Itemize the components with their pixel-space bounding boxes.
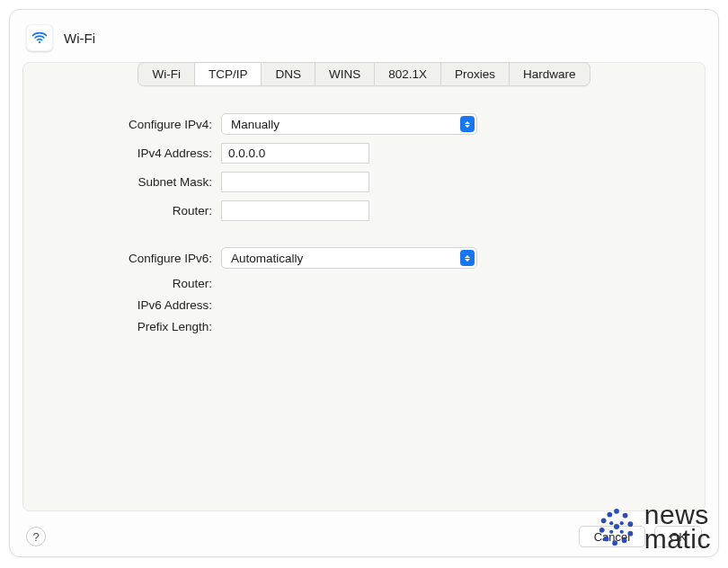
row-ipv4-address: IPv4 Address: <box>59 143 669 164</box>
label-subnet-mask: Subnet Mask: <box>59 175 221 189</box>
input-ipv4-address[interactable] <box>221 143 369 164</box>
tab-wins[interactable]: WINS <box>315 63 375 85</box>
updown-arrows-icon <box>460 250 475 266</box>
svg-point-0 <box>39 41 40 43</box>
tab-wifi[interactable]: Wi-Fi <box>138 63 194 85</box>
label-router-ipv4: Router: <box>59 204 221 217</box>
tab-dns[interactable]: DNS <box>262 63 315 85</box>
row-ipv6-address: IPv6 Address: <box>59 298 669 312</box>
row-subnet-mask: Subnet Mask: <box>59 172 669 192</box>
window-footer: ? Cancel OK <box>10 526 718 547</box>
select-configure-ipv6[interactable]: Automatically <box>221 247 477 269</box>
window-header: Wi-Fi <box>10 10 718 51</box>
row-router-ipv6: Router: <box>59 277 669 290</box>
network-preferences-window: Wi-Fi Wi-Fi TCP/IP DNS WINS 802.1X Proxi… <box>9 9 719 557</box>
page-title: Wi-Fi <box>64 31 95 46</box>
svg-point-2 <box>623 513 628 519</box>
content-panel: Wi-Fi TCP/IP DNS WINS 802.1X Proxies Har… <box>22 62 706 511</box>
svg-point-10 <box>607 512 612 518</box>
tab-tcpip[interactable]: TCP/IP <box>195 63 262 85</box>
tab-8021x[interactable]: 802.1X <box>375 63 441 85</box>
select-configure-ipv4[interactable]: Manually <box>221 113 477 135</box>
svg-point-12 <box>609 521 613 525</box>
section-divider <box>59 229 669 247</box>
row-prefix-length: Prefix Length: <box>59 320 669 333</box>
input-router-ipv4[interactable] <box>221 200 369 221</box>
tcpip-form: Configure IPv4: Manually IPv4 Address: S… <box>23 86 705 333</box>
select-configure-ipv6-value: Automatically <box>231 252 303 265</box>
tabbar: Wi-Fi TCP/IP DNS WINS 802.1X Proxies Har… <box>23 62 705 86</box>
cancel-button[interactable]: Cancel <box>579 526 645 547</box>
label-prefix-length: Prefix Length: <box>59 320 221 333</box>
tab-proxies[interactable]: Proxies <box>441 63 510 85</box>
tab-hardware[interactable]: Hardware <box>510 63 590 85</box>
label-ipv4-address: IPv4 Address: <box>59 146 221 160</box>
row-configure-ipv4: Configure IPv4: Manually <box>59 113 669 135</box>
ok-button[interactable]: OK <box>654 526 702 547</box>
select-configure-ipv4-value: Manually <box>231 118 280 131</box>
updown-arrows-icon <box>460 116 475 132</box>
svg-point-9 <box>601 518 607 523</box>
input-subnet-mask[interactable] <box>221 172 369 192</box>
wifi-icon <box>26 24 53 51</box>
label-router-ipv6: Router: <box>59 277 221 290</box>
label-configure-ipv6: Configure IPv6: <box>59 252 221 265</box>
row-router-ipv4: Router: <box>59 200 669 221</box>
row-configure-ipv6: Configure IPv6: Automatically <box>59 247 669 269</box>
label-configure-ipv4: Configure IPv4: <box>59 118 221 131</box>
svg-point-13 <box>619 521 623 525</box>
label-ipv6-address: IPv6 Address: <box>59 298 221 312</box>
help-button[interactable]: ? <box>26 527 46 546</box>
tabs-group: Wi-Fi TCP/IP DNS WINS 802.1X Proxies Har… <box>138 62 590 86</box>
